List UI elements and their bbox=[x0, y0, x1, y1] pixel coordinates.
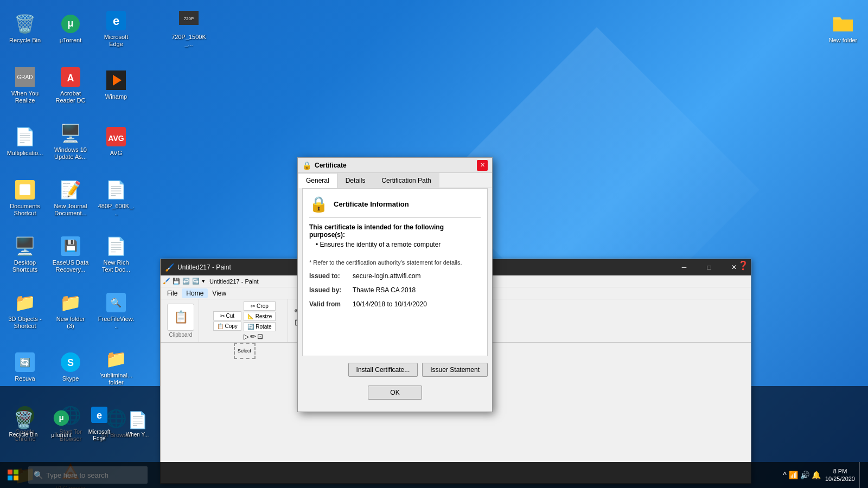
certificate-tab-general[interactable]: General bbox=[298, 173, 337, 188]
desktop-icon-recuva[interactable]: 🔄 Recuva bbox=[4, 343, 46, 391]
taskbar-volume-icon[interactable]: 🔊 bbox=[800, 471, 809, 479]
desktop-icon-win10[interactable]: 🖥️ Windows 10 Update As... bbox=[50, 117, 91, 166]
desktop-icon-multiplication[interactable]: 📄 Multiplicatio... bbox=[4, 117, 46, 166]
avg-icon: AVG bbox=[105, 126, 127, 147]
paint-select-arrow[interactable]: ▷ bbox=[244, 332, 249, 341]
desktop-icon-rich-text[interactable]: 📄 New Rich Text Doc... bbox=[95, 230, 137, 279]
easeus-icon: 💾 bbox=[60, 235, 81, 257]
taskbar-network-icon[interactable]: 📶 bbox=[789, 471, 798, 479]
svg-rect-41 bbox=[8, 476, 12, 480]
desktop-icon-desktop-shortcuts[interactable]: 🖥️ Desktop Shortcuts bbox=[4, 230, 46, 279]
desktop-icon-easeus[interactable]: 💾 EaseUS Data Recovery... bbox=[50, 230, 91, 279]
certificate-close-btn[interactable]: ✕ bbox=[477, 160, 488, 171]
certificate-footer: Install Certificate... Issuer Statement bbox=[298, 358, 492, 381]
taskbar-right-area: ^ 📶 🔊 🔔 8 PM 10/25/2020 bbox=[783, 462, 868, 488]
desktop-icon-recycle-bin[interactable]: 🗑️ Recycle Bin bbox=[4, 4, 46, 53]
paint-select-eraser[interactable]: ⊡ bbox=[257, 332, 263, 341]
desktop-icon-when-realize[interactable]: GRAD When You Realize bbox=[4, 61, 46, 110]
tb-recycle-icon: 🗑️ bbox=[14, 410, 34, 429]
taskbar-date: 10/25/2020 bbox=[825, 475, 855, 483]
paint-help-btn[interactable]: ❓ bbox=[738, 260, 749, 271]
desktop-icon-3d-objects[interactable]: 📁 3D Objects - Shortcut bbox=[4, 286, 46, 335]
paint-menu-file[interactable]: File bbox=[163, 288, 182, 298]
recycle-bin-icon: 🗑️ bbox=[14, 13, 36, 35]
paint-cut-btn[interactable]: ✂ Cut bbox=[213, 311, 241, 320]
paint-crop-btn[interactable]: ✂ Crop bbox=[244, 301, 276, 311]
install-certificate-btn[interactable]: Install Certificate... bbox=[348, 363, 418, 377]
certificate-tab-details[interactable]: Details bbox=[337, 173, 374, 188]
desktop-icon-acrobat[interactable]: A Acrobat Reader DC bbox=[50, 61, 91, 110]
desktop-icon-edge[interactable]: e Microsoft Edge bbox=[95, 4, 137, 53]
recycle-bin-label: Recycle Bin bbox=[9, 37, 41, 44]
when-realize-label: When You Realize bbox=[7, 90, 43, 104]
certificate-ok-btn[interactable]: OK bbox=[368, 386, 422, 400]
certificate-tabs: General Details Certification Path bbox=[298, 173, 492, 188]
paint-select-box[interactable]: Select bbox=[234, 343, 256, 359]
desktop-icon-avg[interactable]: AVG AVG bbox=[95, 117, 137, 166]
tb-edge[interactable]: e Microsoft Edge bbox=[80, 400, 118, 448]
new-folder-3-label: New folder (3) bbox=[52, 316, 89, 330]
certificate-ok-area: OK bbox=[298, 381, 492, 404]
issuer-statement-btn[interactable]: Issuer Statement bbox=[422, 363, 488, 377]
desktop-icon-skype[interactable]: S Skype bbox=[50, 343, 91, 391]
desktop-icon-winamp[interactable]: Winamp bbox=[95, 61, 137, 110]
new-folder-3-icon: 📁 bbox=[60, 292, 81, 313]
paint-copy-btn[interactable]: 📋 Copy bbox=[213, 322, 241, 331]
paint-paste-btn[interactable]: 📋 bbox=[167, 304, 194, 331]
svg-text:e: e bbox=[97, 409, 102, 420]
svg-rect-42 bbox=[14, 476, 18, 480]
svg-text:μ: μ bbox=[59, 413, 63, 422]
paint-menu-view[interactable]: View bbox=[208, 288, 231, 298]
tb-utorrent[interactable]: μ µTorrent bbox=[42, 400, 80, 448]
svg-text:GRAD: GRAD bbox=[17, 74, 33, 80]
paint-redo-btn[interactable]: ↪️ bbox=[192, 278, 200, 285]
svg-text:💾: 💾 bbox=[64, 239, 78, 252]
desktop: 🗑️ Recycle Bin μ µTorrent e Microsoft Ed… bbox=[0, 0, 868, 488]
certificate-issued-by-value: Thawte RSA CA 2018 bbox=[353, 286, 481, 294]
desktop-icon-utorrent[interactable]: μ µTorrent bbox=[50, 4, 91, 53]
desktop-icon-720p[interactable]: 720P 720P_1500K_... bbox=[168, 4, 209, 53]
desktop-icon-documents[interactable]: Documents Shortcut bbox=[4, 174, 46, 222]
paint-select-pencil[interactable]: ✏ bbox=[250, 332, 256, 341]
tb-when[interactable]: 📄 When Y... bbox=[118, 400, 156, 448]
svg-text:720P: 720P bbox=[184, 16, 194, 21]
desktop-icon-freefileview[interactable]: 🔍 FreeFileView... bbox=[95, 286, 137, 335]
paint-save-btn[interactable]: 💾 bbox=[173, 278, 180, 285]
desktop-icon-new-folder-3[interactable]: 📁 New folder (3) bbox=[50, 286, 91, 335]
paint-dropdown-btn[interactable]: ▾ bbox=[202, 278, 205, 285]
desktop-icon-subliminal[interactable]: 📁 'subliminal... folder bbox=[95, 343, 137, 391]
rich-text-label: New Rich Text Doc... bbox=[98, 259, 135, 273]
taskbar-notify-icon[interactable]: 🔔 bbox=[812, 471, 821, 479]
recuva-icon: 🔄 bbox=[14, 351, 36, 373]
svg-text:S: S bbox=[67, 357, 74, 368]
taskbar-search-bar[interactable]: 🔍 bbox=[28, 466, 148, 484]
paint-menu-home[interactable]: Home bbox=[182, 288, 208, 298]
taskbar-show-desktop-btn[interactable] bbox=[859, 462, 864, 488]
taskbar-search-input[interactable] bbox=[46, 471, 142, 479]
skype-icon: S bbox=[60, 351, 81, 373]
desktop-icons-right-area: New folder bbox=[822, 4, 864, 53]
new-folder-right-icon bbox=[832, 13, 854, 35]
taskbar-time: 8 PM bbox=[825, 467, 855, 475]
taskbar-start-btn[interactable] bbox=[0, 462, 26, 488]
avg-label: AVG bbox=[110, 150, 122, 157]
certificate-info-header: 🔒 Certificate Information bbox=[309, 195, 481, 218]
paint-maximize-btn[interactable]: □ bbox=[697, 259, 722, 275]
edge-icon: e bbox=[105, 10, 127, 31]
subliminal-label: 'subliminal... folder bbox=[98, 372, 135, 386]
taskbar-chevron-icon[interactable]: ^ bbox=[783, 471, 787, 479]
documents-icon bbox=[14, 179, 36, 201]
paint-undo-btn[interactable]: ↩️ bbox=[182, 278, 190, 285]
tb-recycle-bin[interactable]: 🗑️ Recycle Bin bbox=[4, 400, 42, 448]
desktop-icon-480p[interactable]: 📄 480P_600K_... bbox=[95, 174, 137, 222]
desktop-icon-new-folder-right[interactable]: New folder bbox=[822, 4, 864, 53]
certificate-issued-to-value: secure-login.attwifi.com bbox=[353, 272, 481, 280]
desktop-icon-new-journal[interactable]: 📝 New Journal Document... bbox=[50, 174, 91, 222]
certificate-dialog: 🔒 Certificate ✕ General Details Certific… bbox=[297, 157, 493, 412]
paint-rotate-btn[interactable]: 🔄 Rotate bbox=[244, 322, 276, 331]
taskbar-clock[interactable]: 8 PM 10/25/2020 bbox=[825, 467, 855, 483]
paint-minimize-btn[interactable]: ─ bbox=[672, 259, 697, 275]
paint-resize-btn[interactable]: 📐 Resize bbox=[244, 312, 276, 321]
certificate-tab-path[interactable]: Certification Path bbox=[373, 173, 439, 188]
certificate-titlebar[interactable]: 🔒 Certificate ✕ bbox=[298, 158, 492, 173]
